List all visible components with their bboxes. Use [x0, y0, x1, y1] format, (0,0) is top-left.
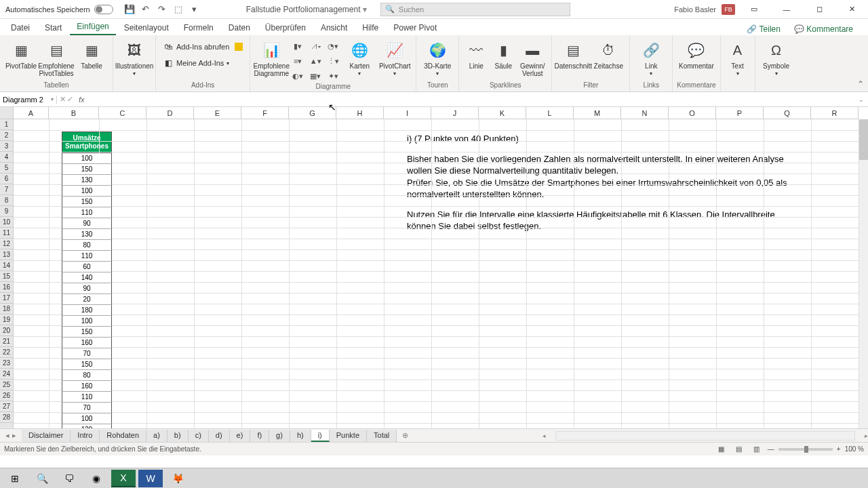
row-header-15[interactable]: 15: [0, 271, 13, 282]
row-header-8[interactable]: 8: [0, 195, 13, 206]
data-cell-b28[interactable]: 120: [62, 424, 112, 428]
sheet-tab-Total[interactable]: Total: [367, 430, 397, 442]
sheet-tab-b[interactable]: b): [167, 430, 189, 442]
user-name[interactable]: Fabio Basler: [674, 5, 716, 14]
text-button[interactable]: AText▾: [725, 39, 751, 77]
get-addins-button[interactable]: 🛍Add-Ins abrufen: [160, 39, 245, 54]
col-header-E[interactable]: E: [194, 107, 241, 119]
recommended-pivot-button[interactable]: ▤Empfohlene PivotTables: [39, 39, 73, 77]
line-chart-icon[interactable]: ⩘▾: [307, 39, 323, 53]
recommended-charts-button[interactable]: 📊Empfohlene Diagramme: [254, 39, 288, 77]
col-header-G[interactable]: G: [289, 107, 336, 119]
3dmap-button[interactable]: 🌍3D-Karte▾: [420, 39, 454, 77]
data-cell-b21[interactable]: 70: [62, 348, 112, 359]
combo-chart-icon[interactable]: ◐▾: [290, 69, 306, 83]
data-cell-b10[interactable]: 130: [62, 229, 112, 240]
my-addins-button[interactable]: ◧Meine Add-Ins ▾: [160, 56, 245, 70]
enter-formula-icon[interactable]: ✓: [67, 95, 73, 104]
row-header-3[interactable]: 3: [0, 141, 13, 152]
comments-button[interactable]: 💬 Kommentare: [790, 23, 857, 35]
radar-chart-icon[interactable]: ✦▾: [325, 69, 341, 83]
taskbar-word-icon[interactable]: W: [138, 470, 163, 487]
symbols-button[interactable]: ΩSymbole▾: [760, 39, 793, 77]
sparkline-winloss-button[interactable]: ▬Gewinn/ Verlust: [517, 39, 547, 77]
row-header-23[interactable]: 23: [0, 358, 13, 369]
row-header-18[interactable]: 18: [0, 304, 13, 314]
search-input[interactable]: 🔍 Suchen: [380, 3, 570, 16]
tab-ansicht[interactable]: Ansicht: [314, 20, 354, 35]
row-header-22[interactable]: 22: [0, 347, 13, 358]
zoom-out-icon[interactable]: ―: [768, 445, 774, 453]
data-cell-b22[interactable]: 150: [62, 359, 112, 370]
sheet-tab-g[interactable]: g): [269, 430, 290, 442]
hscroll-right-icon[interactable]: ▸: [865, 432, 868, 439]
taskbar-excel-icon[interactable]: X: [111, 470, 136, 487]
sheet-tab-Rohdaten[interactable]: Rohdaten: [100, 430, 146, 442]
minimize-icon[interactable]: ―: [773, 0, 800, 19]
tab-überprüfen[interactable]: Überprüfen: [258, 20, 313, 35]
data-cell-b23[interactable]: 80: [62, 370, 112, 381]
row-header-4[interactable]: 4: [0, 152, 13, 163]
row-header-1[interactable]: 1: [0, 119, 13, 130]
horizontal-scrollbar[interactable]: [555, 431, 855, 441]
share-button[interactable]: 🔗 Teilen: [743, 23, 784, 35]
row-header-14[interactable]: 14: [0, 260, 13, 271]
collapse-ribbon-icon[interactable]: ⌃: [857, 79, 864, 89]
data-cell-b8[interactable]: 110: [62, 207, 112, 218]
row-header-10[interactable]: 10: [0, 217, 13, 228]
save-icon[interactable]: 💾: [123, 3, 136, 16]
sheet-tab-c[interactable]: c): [189, 430, 209, 442]
col-header-R[interactable]: R: [811, 107, 859, 119]
row-header-24[interactable]: 24: [0, 369, 13, 380]
sheet-tab-Disclaimer[interactable]: Disclaimer: [22, 430, 71, 442]
sheet-nav-prev-icon[interactable]: ◂: [5, 431, 9, 440]
scatter-chart-icon[interactable]: ⋮▾: [325, 54, 341, 68]
row-header-20[interactable]: 20: [0, 325, 13, 336]
data-cell-b26[interactable]: 70: [62, 403, 112, 413]
sheet-nav-next-icon[interactable]: ▸: [12, 431, 16, 440]
row-header-25[interactable]: 25: [0, 380, 13, 390]
hscroll-left-icon[interactable]: ◂: [542, 432, 546, 439]
row-header-16[interactable]: 16: [0, 282, 13, 293]
fx-icon[interactable]: fx: [76, 96, 87, 104]
maps-button[interactable]: 🌐Karten▾: [342, 39, 376, 77]
data-cell-b27[interactable]: 100: [62, 413, 112, 424]
data-cell-b13[interactable]: 60: [62, 262, 112, 272]
col-header-A[interactable]: A: [14, 107, 49, 119]
page-break-view-icon[interactable]: ▥: [750, 444, 764, 455]
data-cell-b12[interactable]: 110: [62, 251, 112, 262]
select-all-corner[interactable]: [0, 107, 14, 119]
tab-einfügen[interactable]: Einfügen: [70, 19, 115, 35]
maximize-icon[interactable]: ◻: [806, 0, 833, 19]
sheet-tab-a[interactable]: a): [146, 430, 167, 442]
pie-chart-icon[interactable]: ◔▾: [325, 39, 341, 53]
data-cell-b14[interactable]: 140: [62, 272, 112, 283]
name-box[interactable]: Diagramm 2▾: [0, 96, 57, 104]
taskbar-obs-icon[interactable]: ◉: [84, 470, 108, 487]
tab-daten[interactable]: Daten: [222, 20, 257, 35]
undo-icon[interactable]: ↶: [139, 3, 153, 16]
expand-formula-icon[interactable]: ⌄: [854, 96, 868, 103]
sheet-tab-e[interactable]: e): [230, 430, 251, 442]
data-cell-b18[interactable]: 100: [62, 316, 112, 327]
col-header-O[interactable]: O: [669, 107, 716, 119]
row-header-5[interactable]: 5: [0, 163, 13, 174]
col-header-M[interactable]: M: [574, 107, 621, 119]
table-button[interactable]: ▦Tabelle: [75, 39, 108, 70]
col-header-I[interactable]: I: [384, 107, 431, 119]
sheet-tab-i[interactable]: i): [311, 430, 330, 442]
data-cell-b24[interactable]: 160: [62, 381, 112, 392]
illustrations-button[interactable]: 🖼Illustrationen▾: [117, 39, 151, 77]
pivotchart-button[interactable]: 📈PivotChart▾: [378, 39, 412, 77]
cancel-formula-icon[interactable]: ✕: [60, 95, 66, 104]
normal-view-icon[interactable]: ▦: [715, 444, 728, 455]
row-header-28[interactable]: 28: [0, 412, 13, 423]
data-cell-b16[interactable]: 20: [62, 294, 112, 305]
data-cell-b4[interactable]: 150: [62, 164, 112, 175]
redo-icon[interactable]: ↷: [155, 3, 169, 16]
row-header-12[interactable]: 12: [0, 239, 13, 249]
title-dropdown-icon[interactable]: ▾: [363, 5, 367, 14]
surface-chart-icon[interactable]: ▦▾: [307, 69, 323, 83]
row-header-26[interactable]: 26: [0, 390, 13, 401]
sheet-tab-f[interactable]: f): [250, 430, 269, 442]
